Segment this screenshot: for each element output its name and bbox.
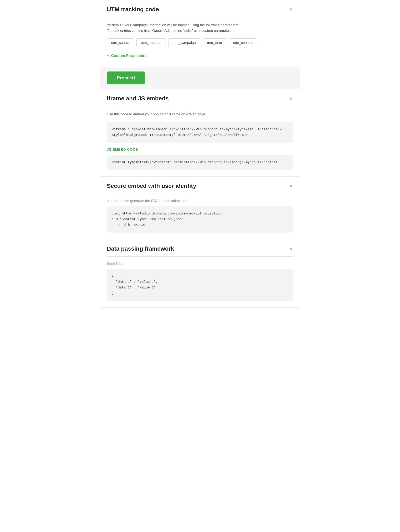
data-passing-section-body: Send Data { "data_1" : "value 1", "data_…	[100, 257, 300, 308]
utm-tag-term: utm_term	[203, 38, 226, 47]
proceed-button[interactable]: Proceed	[107, 71, 145, 84]
data-passing-code-block[interactable]: { "data_1" : "value 1", "data_2" : "valu…	[107, 269, 293, 301]
close-icon: ×	[289, 6, 292, 13]
close-icon: ×	[289, 183, 292, 189]
iframe-section-title: iframe and JS embeds	[107, 95, 169, 102]
secure-embed-section: Secure embed with user identity × curl r…	[100, 177, 300, 239]
js-embed-label: JS EMBED CODE	[107, 147, 293, 152]
utm-footer: Proceed	[100, 67, 300, 89]
secure-embed-section-body: curl request to generate the SSO authori…	[100, 194, 300, 239]
iframe-section: iframe and JS embeds × Use this code to …	[100, 89, 300, 177]
secure-embed-section-header: Secure embed with user identity ×	[100, 177, 300, 194]
secure-embed-close-button[interactable]: ×	[288, 183, 293, 190]
data-passing-section: Data passing framework × Send Data { "da…	[100, 239, 300, 308]
utm-tag-content: utm_content	[229, 38, 257, 47]
data-passing-section-header: Data passing framework ×	[100, 239, 300, 256]
curl-description: curl request to generate the SSO authori…	[107, 199, 293, 203]
utm-description: By default, your campaign information wi…	[107, 22, 293, 33]
plus-icon: +	[107, 53, 110, 58]
utm-section: UTM tracking code × By default, your cam…	[100, 0, 300, 89]
custom-params-label: Custom Parameters	[111, 54, 146, 58]
utm-section-body: By default, your campaign information wi…	[100, 17, 300, 67]
curl-code-block[interactable]: curl https://studio.dronahq.com/api/embe…	[107, 206, 293, 233]
data-passing-title: Data passing framework	[107, 245, 174, 252]
data-passing-close-button[interactable]: ×	[288, 245, 293, 252]
utm-close-button[interactable]: ×	[288, 6, 293, 13]
close-icon: ×	[289, 246, 292, 252]
iframe-section-body: Use this code to embed your app as an iF…	[100, 106, 300, 177]
js-embed-code-block[interactable]: <script type="text/javascript" src="http…	[107, 155, 293, 170]
secure-embed-title: Secure embed with user identity	[107, 183, 196, 189]
utm-tag-source: utm_source	[107, 38, 134, 47]
utm-section-title: UTM tracking code	[107, 6, 159, 13]
utm-tag-campaign: utm_campaign	[168, 38, 200, 47]
iframe-description: Use this code to embed your app as an iF…	[107, 111, 293, 117]
iframe-section-header: iframe and JS embeds ×	[100, 89, 300, 106]
utm-tag-medium: utm_medium	[136, 38, 166, 47]
utm-tags-row: utm_source utm_medium utm_campaign utm_t…	[107, 38, 293, 47]
iframe-code-block[interactable]: <iframe class="studio-embed" src="https:…	[107, 122, 293, 143]
close-icon: ×	[289, 95, 292, 102]
custom-parameters-button[interactable]: + Custom Parameters	[107, 53, 147, 58]
utm-section-header: UTM tracking code ×	[100, 0, 300, 17]
iframe-close-button[interactable]: ×	[288, 95, 293, 102]
send-data-label: Send Data	[107, 262, 293, 266]
